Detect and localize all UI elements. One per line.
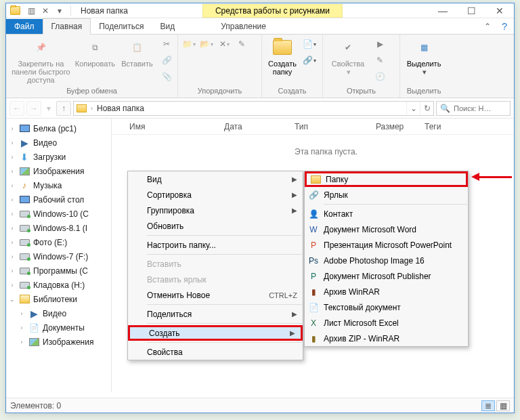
move-to-button[interactable]: 📁▾	[181, 37, 196, 51]
pin-quickaccess-button[interactable]: 📌 Закрепить на панели быстрого доступа	[9, 37, 72, 84]
copypath-button[interactable]: 🔗	[159, 53, 174, 68]
cut-button[interactable]: ✂	[159, 37, 174, 51]
nav-item[interactable]: ›Белка (pc1)	[6, 121, 111, 135]
rename-button[interactable]: ✎	[234, 37, 249, 51]
copy-to-button[interactable]: 📂▾	[199, 37, 214, 51]
nav-item[interactable]: ›Программы (С	[6, 264, 111, 278]
col-type[interactable]: Тип	[292, 122, 373, 131]
minimize-button[interactable]: —	[429, 3, 457, 18]
nav-item[interactable]: ›Windows-7 (F:)	[6, 249, 111, 264]
easy-access-button[interactable]: 🔗▾	[302, 53, 317, 68]
nav-item[interactable]: ›⬇Загрузки	[6, 150, 111, 164]
menu-item[interactable]: PsAdobe Photoshop Image 16	[305, 253, 468, 268]
nav-item[interactable]: ›Фото (E:)	[6, 235, 111, 249]
nav-item[interactable]: ›📄Документы	[6, 320, 111, 335]
chevron-right-icon[interactable]: ›	[89, 105, 94, 112]
help-icon[interactable]: ?	[495, 21, 514, 32]
edit-button[interactable]: ✎	[372, 53, 387, 68]
refresh-icon[interactable]: ↻	[420, 102, 433, 115]
expand-caret-icon[interactable]: ›	[9, 140, 16, 146]
properties-button[interactable]: ✔ Свойства ▾	[326, 37, 370, 76]
select-all-button[interactable]: ▦ Выделить ▾	[404, 37, 444, 76]
address-box[interactable]: › Новая папка ⌄ ↻	[73, 101, 434, 116]
paste-shortcut-button[interactable]: 📎	[159, 69, 174, 84]
history-button[interactable]: 🕘	[372, 69, 387, 84]
menu-item[interactable]: Папку	[305, 171, 468, 187]
address-dropdown-icon[interactable]: ⌄	[406, 102, 420, 115]
tab-home[interactable]: Главная	[43, 18, 91, 35]
qat-properties-icon[interactable]: ▥	[25, 5, 37, 17]
view-icons-button[interactable]: ▦	[496, 400, 510, 411]
col-size[interactable]: Размер	[373, 122, 422, 131]
expand-caret-icon[interactable]: ›	[9, 154, 16, 161]
nav-item[interactable]: ›Windows-8.1 (I	[6, 221, 111, 235]
tab-share[interactable]: Поделиться	[91, 19, 152, 34]
tab-file[interactable]: Файл	[6, 19, 43, 34]
menu-item[interactable]: ▮Архив ZIP - WinRAR	[305, 331, 468, 346]
new-folder-button[interactable]: Создать папку	[265, 37, 299, 76]
nav-item[interactable]: ›Рабочий стол	[6, 192, 111, 207]
nav-pane[interactable]: ›Белка (pc1)›▶Видео›⬇Загрузки›Изображени…	[6, 119, 112, 392]
forward-button[interactable]: →	[26, 101, 41, 116]
expand-caret-icon[interactable]: ›	[9, 225, 16, 232]
expand-caret-icon[interactable]: ›	[9, 168, 16, 175]
menu-item[interactable]: WДокумент Microsoft Word	[305, 222, 468, 237]
search-input[interactable]	[454, 104, 502, 112]
ribbon-collapse-icon[interactable]: ⌃	[480, 22, 495, 31]
expand-caret-icon[interactable]: ›	[9, 239, 16, 246]
expand-caret-icon[interactable]: ⌄	[9, 296, 16, 303]
new-item-button[interactable]: 📄▾	[302, 37, 317, 51]
open-button[interactable]: ▶	[372, 37, 387, 51]
recent-dropdown[interactable]: ▾	[43, 101, 54, 116]
view-details-button[interactable]: ≣	[481, 400, 495, 411]
nav-item[interactable]: ›▶Видео	[6, 135, 111, 150]
col-date[interactable]: Дата	[221, 122, 292, 131]
close-button[interactable]: ✕	[485, 3, 514, 18]
expand-caret-icon[interactable]: ›	[9, 125, 16, 132]
col-tags[interactable]: Теги	[422, 122, 462, 131]
address-segment[interactable]: Новая папка	[94, 104, 147, 113]
qat-dropdown-icon[interactable]: ▾	[53, 5, 66, 17]
nav-item[interactable]: ›Windows-10 (С	[6, 207, 111, 221]
col-name[interactable]: Имя	[127, 122, 221, 131]
menu-item[interactable]: 📄Текстовый документ	[305, 299, 468, 315]
menu-item[interactable]: Свойства	[128, 344, 303, 360]
menu-item[interactable]: PДокумент Microsoft Publisher	[305, 268, 468, 284]
expand-caret-icon[interactable]: ›	[18, 339, 25, 345]
menu-item[interactable]: 👤Контакт	[305, 206, 468, 222]
menu-item[interactable]: ▮Архив WinRAR	[305, 284, 468, 299]
menu-item[interactable]: Группировка▶	[128, 203, 303, 218]
tab-manage[interactable]: Управление	[213, 19, 274, 34]
expand-caret-icon[interactable]: ›	[9, 253, 16, 260]
tab-view[interactable]: Вид	[152, 19, 183, 34]
expand-caret-icon[interactable]: ›	[9, 268, 16, 274]
expand-caret-icon[interactable]: ›	[9, 196, 16, 203]
expand-caret-icon[interactable]: ›	[18, 310, 25, 317]
back-button[interactable]: ←	[9, 101, 24, 116]
menu-item[interactable]: Отменить НовоеCTRL+Z	[128, 287, 303, 303]
maximize-button[interactable]: ☐	[457, 3, 485, 18]
delete-button[interactable]: ✕▾	[217, 37, 232, 51]
expand-caret-icon[interactable]: ›	[9, 211, 16, 217]
nav-item[interactable]: ›▶Видео	[6, 306, 111, 320]
nav-item[interactable]: ›Изображения	[6, 164, 111, 178]
expand-caret-icon[interactable]: ›	[18, 324, 25, 331]
menu-item[interactable]: Поделиться▶	[128, 306, 303, 322]
menu-item[interactable]: XЛист Microsoft Excel	[305, 315, 468, 331]
menu-item[interactable]: Сортировка▶	[128, 187, 303, 203]
qat-newfolder-icon[interactable]: ✕	[39, 5, 51, 17]
paste-button[interactable]: 📋 Вставить	[118, 37, 156, 68]
menu-item[interactable]: Настроить папку...	[128, 237, 303, 253]
menu-item[interactable]: Создать▶	[128, 325, 303, 341]
menu-item[interactable]: 🔗Ярлык	[305, 187, 468, 203]
menu-item[interactable]: PПрезентация Microsoft PowerPoint	[305, 237, 468, 253]
search-box[interactable]: 🔍	[436, 101, 511, 116]
nav-item[interactable]: ›Кладовка (H:)	[6, 278, 111, 292]
menu-item[interactable]: Вид▶	[128, 171, 303, 187]
up-button[interactable]: ↑	[56, 101, 71, 116]
nav-item[interactable]: ›Изображения	[6, 335, 111, 349]
expand-caret-icon[interactable]: ›	[9, 282, 16, 289]
copy-button[interactable]: ⧉ Копировать	[75, 37, 115, 68]
nav-item[interactable]: ⌄Библиотеки	[6, 292, 111, 306]
menu-item[interactable]: Обновить	[128, 218, 303, 234]
